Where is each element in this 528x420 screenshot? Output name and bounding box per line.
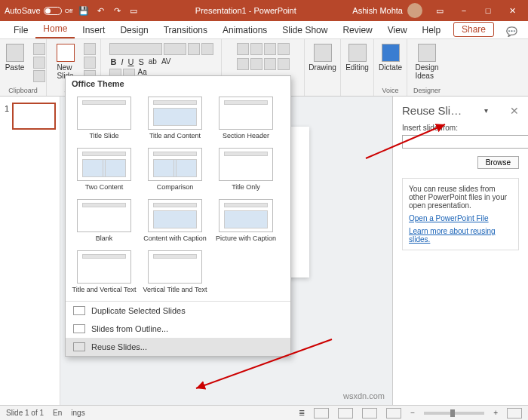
layout-title-and-vertical-text[interactable]: Title and Vertical Text (70, 248, 138, 298)
tab-insert[interactable]: Insert (75, 22, 112, 38)
svg-line-0 (366, 124, 445, 158)
tab-transitions[interactable]: Transitions (156, 22, 215, 38)
layout-title-slide[interactable]: Title Slide (70, 94, 138, 144)
normal-view-icon[interactable] (314, 408, 329, 418)
autosave-toggle[interactable]: AutoSave Off (5, 6, 72, 15)
zoom-out-icon[interactable]: − (410, 409, 415, 417)
format-painter-icon[interactable] (33, 70, 45, 82)
design-ideas-button[interactable]: Design Ideas (413, 42, 441, 81)
outline-icon (73, 324, 85, 333)
slideshow-view-icon[interactable] (386, 408, 401, 418)
document-title: Presentation1 - PowerPoint (139, 6, 352, 15)
layout-content-with-caption[interactable]: Content with Caption (141, 197, 209, 247)
font-row-2: BIUSabAV (109, 57, 214, 66)
layout-vertical-title-and-text[interactable]: Vertical Title and Text (141, 248, 209, 298)
tab-home[interactable]: Home (35, 20, 75, 38)
close-pane-icon[interactable]: ✕ (510, 105, 519, 117)
start-slideshow-icon[interactable]: ▭ (128, 5, 139, 16)
group-clipboard-label: Clipboard (8, 87, 38, 94)
title-bar: AutoSave Off 💾 ↶ ↷ ▭ Presentation1 - Pow… (0, 0, 528, 21)
grow-font-icon[interactable] (188, 43, 200, 55)
toggle-icon[interactable] (44, 7, 62, 15)
avatar-icon (407, 3, 422, 18)
font-name[interactable] (109, 43, 162, 55)
ribbon-tabs: File Home Insert Design Transitions Anim… (0, 21, 528, 39)
zoom-slider[interactable] (424, 412, 484, 415)
layout-two-content[interactable]: Two Content (70, 146, 138, 195)
duplicate-slides-item[interactable]: Duplicate Selected Slides (66, 302, 290, 320)
tab-view[interactable]: View (380, 22, 415, 38)
cut-icon[interactable] (33, 43, 45, 55)
browse-button[interactable]: Browse (477, 156, 519, 169)
group-designer-label: Designer (413, 87, 441, 94)
help-panel: You can reuse slides from other PowerPoi… (402, 178, 519, 250)
accessibility-text[interactable]: ings (71, 409, 84, 417)
align-center-icon[interactable] (250, 58, 262, 70)
tab-help[interactable]: Help (415, 22, 449, 38)
notes-button[interactable]: ≣ (299, 409, 305, 417)
numbering-icon[interactable] (250, 43, 262, 55)
drawing-icon (314, 44, 332, 62)
tab-review[interactable]: Review (335, 22, 379, 38)
align-left-icon[interactable] (237, 58, 249, 70)
save-icon[interactable]: 💾 (78, 5, 89, 16)
shrink-font-icon[interactable] (201, 43, 213, 55)
slide-thumbnail-pane[interactable]: 1 (0, 97, 60, 405)
font-row-1 (109, 42, 214, 56)
maximize-icon[interactable]: □ (477, 3, 499, 18)
tab-file[interactable]: File (6, 22, 35, 38)
thumb-number: 1 (5, 104, 9, 113)
paste-button[interactable]: Paste (1, 42, 29, 87)
mic-icon (382, 44, 400, 62)
thumb-1[interactable]: 1 (12, 103, 56, 130)
indent-dec-icon[interactable] (264, 43, 276, 55)
layout-section-header[interactable]: Section Header (212, 94, 280, 144)
drawing-button[interactable]: Drawing (309, 42, 337, 73)
justify-icon[interactable] (278, 58, 290, 70)
annotation-arrow-2 (189, 336, 339, 397)
layout-title-and-content[interactable]: Title and Content (141, 94, 209, 144)
new-slide-icon (57, 44, 75, 62)
font-size[interactable] (164, 43, 186, 55)
undo-icon[interactable]: ↶ (95, 5, 106, 16)
account-button[interactable]: Ashish Mohta (352, 3, 422, 18)
align-right-icon[interactable] (264, 58, 276, 70)
design-ideas-icon (418, 44, 436, 62)
editing-button[interactable]: Editing (343, 42, 372, 73)
ribbon-display-icon[interactable]: ▭ (428, 3, 451, 18)
copy-icon[interactable] (33, 57, 45, 69)
learn-more-link[interactable]: Learn more about reusing slides. (409, 227, 512, 244)
share-button[interactable]: Share (453, 22, 494, 37)
group-voice-label: Voice (382, 87, 398, 94)
sorter-view-icon[interactable] (338, 408, 353, 418)
tab-design[interactable]: Design (112, 22, 155, 38)
layout-picture-with-caption[interactable]: Picture with Caption (212, 197, 280, 247)
language-short[interactable]: En (53, 409, 62, 417)
annotation-arrow-1 (362, 117, 460, 164)
reading-view-icon[interactable] (362, 408, 377, 418)
paste-icon (6, 44, 24, 62)
slide-counter: Slide 1 of 1 (6, 409, 44, 417)
bullets-icon[interactable] (237, 43, 249, 55)
redo-icon[interactable]: ↷ (112, 5, 122, 16)
minimize-icon[interactable]: − (453, 3, 475, 18)
duplicate-icon (73, 306, 85, 315)
tab-animations[interactable]: Animations (215, 22, 275, 38)
comments-button[interactable]: 💬 (502, 25, 522, 38)
indent-inc-icon[interactable] (278, 43, 290, 55)
layout-blank[interactable]: Blank (70, 197, 138, 247)
close-icon[interactable]: ✕ (501, 3, 523, 18)
layout-title-only[interactable]: Title Only (212, 146, 280, 195)
zoom-in-icon[interactable]: + (493, 409, 498, 417)
reuse-pane-title: Reuse Sli…▾✕ (402, 104, 519, 117)
svg-line-1 (196, 339, 332, 388)
open-ppt-link[interactable]: Open a PowerPoint File (409, 214, 512, 222)
fit-window-icon[interactable] (507, 408, 522, 418)
layout-icon[interactable] (84, 43, 96, 55)
chevron-down-icon[interactable]: ▾ (484, 106, 488, 115)
dictate-button[interactable]: Dictate (376, 42, 405, 73)
layout-comparison[interactable]: Comparison (141, 146, 209, 195)
reset-icon[interactable] (84, 57, 96, 69)
gallery-header: Office Theme (66, 76, 290, 91)
tab-slideshow[interactable]: Slide Show (275, 22, 335, 38)
